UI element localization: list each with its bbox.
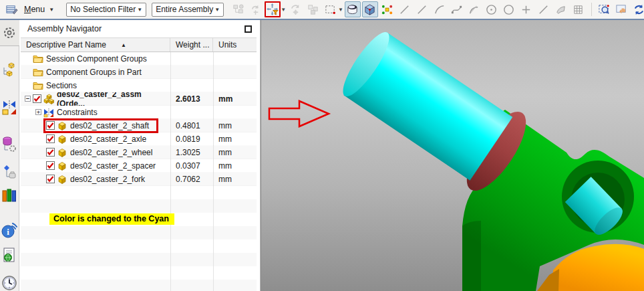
fork-leg-shadow [462, 221, 481, 291]
part-icon [57, 120, 67, 131]
move-component-icon [247, 1, 263, 17]
history-clock-icon[interactable] [1, 275, 18, 291]
constraint-navigator-icon[interactable] [1, 100, 18, 116]
tree-row[interactable]: des02_caster_2_spacer0.0307mm [21, 159, 257, 173]
spline-icon[interactable] [449, 1, 465, 17]
tree-row[interactable]: des02_caster_2_fork0.7062mm [21, 173, 257, 186]
tree-row[interactable]: Component Groups in Part [21, 66, 257, 79]
row-name-cell: des02_caster_2_shaft [21, 119, 170, 132]
component-checkbox[interactable] [46, 134, 55, 143]
row-name-cell: des02_caster_2_wheel [21, 146, 170, 159]
toolbar-icons: ▼▼ [229, 1, 644, 17]
expand-icon[interactable]: + [35, 109, 41, 115]
dropdown-caret-icon[interactable]: ▼ [338, 7, 343, 13]
part-navigator-icon[interactable] [1, 136, 18, 152]
row-name-cell: Session Component Groups [21, 52, 170, 66]
panel-title: Assembly Navigator [27, 24, 102, 33]
rectangle-select-icon[interactable] [322, 1, 338, 17]
selection-scope-dropdown[interactable]: Entire Assembly ▼ [152, 3, 224, 17]
table-header: Descriptive Part Name ▲ Weight ... Units [21, 37, 257, 52]
row-label: des02_caster_2_wheel [70, 148, 152, 157]
row-name-cell: Sections [21, 79, 170, 92]
circle-icon[interactable] [501, 1, 517, 17]
pattern-component-icon [305, 1, 321, 17]
selection-filter-icon[interactable] [265, 1, 281, 17]
assembly-icon [43, 94, 54, 104]
undock-panel-button[interactable] [245, 25, 252, 33]
row-label: des02_caster_2_spacer [70, 161, 156, 171]
gear-icon[interactable] [0, 20, 19, 46]
grid-icon[interactable] [571, 1, 587, 17]
row-name-cell: des02_caster_2_fork [21, 173, 170, 186]
tree-row[interactable]: des02_caster_2_shaft0.4801mm [21, 119, 257, 132]
tree-row[interactable]: des02_caster_2_axle0.0819mm [21, 132, 257, 146]
row-units: mm [213, 175, 257, 184]
row-units: mm [213, 121, 257, 130]
tree-row[interactable]: Sections [21, 79, 257, 92]
assembly-navigator-icon[interactable] [1, 62, 18, 78]
dropdown-caret-icon: ▼ [214, 7, 220, 13]
arc-fan-icon[interactable] [466, 1, 482, 17]
assembly-constraints-icon [230, 1, 246, 17]
tree-row[interactable]: des02_caster_2_wheel1.3025mm [21, 146, 257, 159]
tree-row[interactable]: +Constraints [21, 106, 257, 119]
row-label: des02_caster_2_fork [70, 175, 145, 184]
circle-center-icon[interactable] [484, 1, 500, 17]
dropdown-caret-icon: ▼ [137, 7, 142, 13]
arc-icon[interactable] [432, 1, 448, 17]
nx-application-window: Menu ▼ No Selection Filter ▼ Entire Asse… [0, 0, 644, 291]
line-icon[interactable] [397, 1, 413, 17]
toolbar-separator [591, 3, 592, 16]
row-weight: 0.4801 [170, 121, 213, 130]
row-label: des02_caster_2_assm (Orde... [57, 92, 170, 106]
collapse-icon[interactable]: − [25, 96, 31, 102]
rotate-icon[interactable] [631, 1, 644, 17]
tree-row[interactable]: −des02_caster_2_assm (Orde...2.6013mm [21, 92, 257, 106]
zoom-window-icon[interactable] [597, 1, 613, 17]
part-icon [57, 134, 67, 144]
dropdown-caret-icon[interactable]: ▼ [281, 7, 286, 13]
component-checkbox[interactable] [33, 94, 41, 103]
internet-info-icon[interactable]: i [1, 223, 18, 239]
row-units: mm [213, 94, 257, 104]
top-toolbar: Menu ▼ No Selection Filter ▼ Entire Asse… [0, 0, 644, 20]
window-menu-icon[interactable] [3, 1, 19, 17]
pan-icon[interactable] [614, 1, 630, 17]
folder-icon [33, 67, 43, 78]
shaded-with-edges-icon[interactable] [345, 1, 361, 17]
column-header-units[interactable]: Units [213, 38, 257, 52]
row-name-cell: des02_caster_2_axle [21, 132, 170, 146]
assembly-navigator-panel: Assembly Navigator Descriptive Part Name… [19, 20, 261, 291]
sheet-icon[interactable] [553, 1, 569, 17]
shaded-icon[interactable] [362, 1, 378, 17]
row-name-cell: −des02_caster_2_assm (Orde... [21, 92, 170, 106]
selection-filter-dropdown[interactable]: No Selection Filter ▼ [66, 3, 146, 17]
library-books-icon[interactable] [1, 187, 18, 203]
row-label: des02_caster_2_axle [70, 134, 146, 144]
resource-bar: i [0, 20, 19, 291]
reuse-library-icon[interactable] [1, 164, 18, 180]
row-weight: 1.3025 [170, 148, 213, 157]
folder-icon [33, 80, 43, 91]
line-icon[interactable] [536, 1, 552, 17]
web-page-icon[interactable] [1, 247, 18, 263]
menu-button[interactable]: Menu ▼ [20, 3, 58, 15]
tree-rows: Session Component GroupsComponent Groups… [21, 52, 257, 291]
component-checkbox[interactable] [46, 148, 55, 157]
reposition-component-icon [287, 1, 303, 17]
graphics-viewport[interactable] [261, 20, 644, 291]
annotation-note: Color is changed to the Cyan [49, 213, 174, 225]
point-plus-icon[interactable] [518, 1, 534, 17]
column-header-weight[interactable]: Weight ... [170, 38, 213, 52]
tree-row[interactable]: Session Component Groups [21, 52, 257, 66]
column-header-name[interactable]: Descriptive Part Name ▲ [21, 38, 170, 52]
line-icon[interactable] [414, 1, 430, 17]
folder-icon [33, 54, 43, 64]
row-name-cell: Component Groups in Part [21, 66, 170, 79]
part-icon [57, 147, 67, 158]
row-weight: 2.6013 [170, 94, 213, 104]
component-checkbox[interactable] [46, 175, 55, 183]
snap-point-icon[interactable] [379, 1, 395, 17]
component-checkbox[interactable] [46, 121, 55, 130]
component-checkbox[interactable] [46, 161, 55, 170]
